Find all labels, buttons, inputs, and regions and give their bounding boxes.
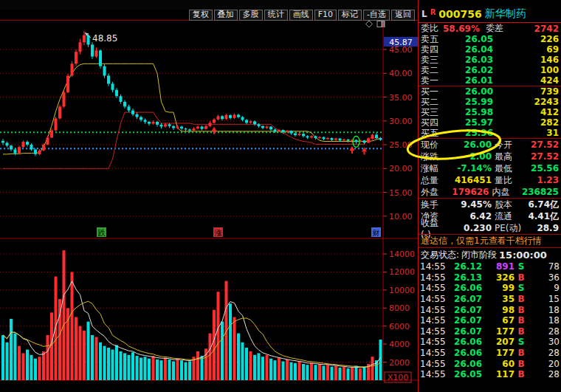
tick-row: 14:5526.0660B20 <box>419 358 561 369</box>
toolbar-button-复权[interactable]: 复权 <box>189 10 213 21</box>
bid-row[interactable]: 买五25.9631 <box>419 128 561 138</box>
tick-row: 14:5526.0735B15 <box>419 294 561 305</box>
stat-label: 换手 <box>421 199 446 211</box>
tick-volume: 207 <box>482 337 514 347</box>
level-volume: 739 <box>493 86 559 97</box>
status-value: 闭市阶段 <box>461 249 497 261</box>
stat-row: 换手9.45%股本6.74亿 <box>419 199 561 210</box>
tick-side: S <box>514 337 528 347</box>
level-price: 25.99 <box>447 97 493 107</box>
volume-axis-label: 6000 <box>389 322 410 331</box>
tick-side: B <box>514 359 528 369</box>
level-price: 25.97 <box>447 117 493 128</box>
level-price: 26.05 <box>447 34 493 44</box>
stat-value: 27.52 <box>526 151 559 162</box>
stat-label: 最高 <box>495 151 526 163</box>
level-volume: 100 <box>493 65 559 75</box>
tick-count: 36 <box>528 272 560 283</box>
volume-bars <box>1 250 382 380</box>
level-label: 买五 <box>421 127 447 140</box>
tick-row: 14:5526.0767B18 <box>419 315 561 326</box>
buy-arrow-marker <box>212 127 217 131</box>
tick-price: 26.07 <box>447 326 482 337</box>
tick-price: 26.06 <box>447 337 482 347</box>
toolbar-button-标记[interactable]: 标记 <box>338 10 362 21</box>
tick-time: 14:55 <box>420 326 447 337</box>
tick-price: 26.07 <box>447 305 482 315</box>
price-axis-label: 10.00 <box>389 212 413 221</box>
ask-row[interactable]: 卖一26.01424 <box>419 75 561 86</box>
tick-count: 15 <box>528 294 560 304</box>
volume-unit-label: X100 <box>388 373 409 382</box>
stat-label: 总量 <box>421 174 446 187</box>
stock-code: 000756 <box>438 8 481 20</box>
stat-row: 总量416451量比1.23 <box>419 174 561 186</box>
candlestick-series <box>1 31 382 156</box>
level-volume: 282 <box>493 117 559 128</box>
chart-area: 45.0040.0035.0030.0025.0020.0015.0010.00… <box>0 0 418 392</box>
tick-price: 26.06 <box>447 359 482 369</box>
chart-toolbar: 复权叠加多股统计画线F10标记-自选返回 <box>0 10 418 21</box>
quote-panel: L R 000756 新华制药 委比 58.69% 委差 2742 卖五26.0… <box>418 0 561 392</box>
tick-row: 14:5526.07177B28 <box>419 326 561 337</box>
diamond-icon <box>366 21 373 27</box>
tick-price: 26.06 <box>447 283 482 293</box>
level-price: 26.04 <box>447 44 493 55</box>
toolbar-button-F10[interactable]: F10 <box>314 10 337 21</box>
kline-and-volume-chart[interactable]: 45.0040.0035.0030.0025.0020.0015.0010.00… <box>0 0 418 392</box>
tick-time: 14:55 <box>420 369 447 379</box>
tick-time: 14:55 <box>420 272 447 283</box>
tick-time: 14:55 <box>420 283 447 293</box>
stat-row: 外盘179626内盘236825 <box>419 186 561 198</box>
volume-axis-label: 4000 <box>389 340 410 349</box>
status-label: 交易状态: <box>421 249 459 261</box>
tick-count: 18 <box>528 305 560 315</box>
level-price: 26.01 <box>447 75 493 86</box>
volume-axis-label: 12000 <box>389 267 415 277</box>
tick-list[interactable]: 14:5526.12891S7814:5526.13326B3614:5526.… <box>419 261 561 392</box>
stat-value: 27.52 <box>526 140 559 150</box>
stat-label: 量比 <box>495 174 526 187</box>
toolbar-button-返回[interactable]: 返回 <box>391 10 415 21</box>
stat-value: 6.74亿 <box>526 199 559 211</box>
toolbar-button-叠加[interactable]: 叠加 <box>214 10 238 21</box>
tick-count: 9 <box>528 283 560 293</box>
tick-volume: 117 <box>482 369 514 379</box>
tick-count: 28 <box>528 369 560 379</box>
tick-side: B <box>514 294 528 304</box>
tick-price: 26.07 <box>447 294 482 304</box>
tick-price: 26.06 <box>447 348 482 358</box>
level-price: 26.03 <box>447 55 493 65</box>
ad-banner[interactable]: 通达信，仅需1元查看千档行情 <box>419 235 561 247</box>
tick-price: 26.05 <box>447 369 482 379</box>
tick-time: 14:55 <box>420 359 447 369</box>
tick-volume: 891 <box>482 261 514 272</box>
tick-row: 14:5526.06177B28 <box>419 348 561 359</box>
tick-count: 30 <box>528 337 560 347</box>
status-time: 15:00:00 <box>499 250 547 261</box>
stat-value: 0.230 <box>446 223 492 233</box>
toolbar-button-统计[interactable]: 统计 <box>264 10 288 21</box>
tick-side: B <box>514 305 528 315</box>
tick-side: B <box>514 348 528 358</box>
ask-order-book: 卖五26.05226卖四26.0469卖三26.03146卖二26.02100卖… <box>419 34 561 86</box>
volume-axis-label: 14000 <box>389 250 415 259</box>
toolbar-button--自选[interactable]: -自选 <box>363 10 390 21</box>
stat-label: 现价 <box>421 139 446 151</box>
tick-volume: 177 <box>482 326 514 337</box>
tick-side: S <box>514 283 528 293</box>
level-volume: 424 <box>493 75 559 86</box>
level-volume: 412 <box>493 107 559 117</box>
stat-value: -7.14% <box>446 163 492 173</box>
tick-count: 20 <box>528 359 560 369</box>
level-volume: 146 <box>493 55 559 65</box>
price-axis-label: 35.00 <box>389 93 413 103</box>
stat-value: 179626 <box>445 187 489 197</box>
tick-row: 14:5526.13326B36 <box>419 272 561 283</box>
tick-row: 14:5526.06207S30 <box>419 337 561 348</box>
volume-axis-label: 8000 <box>389 303 410 313</box>
svg-text:涨: 涨 <box>215 229 222 237</box>
stat-label: 外盘 <box>421 186 445 199</box>
toolbar-button-画线[interactable]: 画线 <box>289 10 313 21</box>
toolbar-button-多股[interactable]: 多股 <box>239 10 263 21</box>
